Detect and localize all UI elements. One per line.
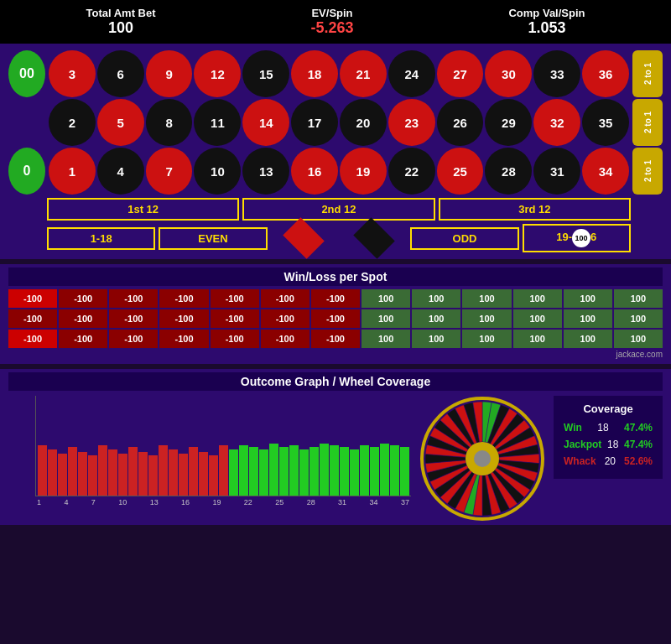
- number-6[interactable]: 6: [97, 50, 144, 97]
- zero-column: 00 0: [8, 50, 45, 195]
- jackpot-coverage-row: Jackpot 18 47.4%: [564, 439, 653, 450]
- number-7[interactable]: 7: [146, 148, 193, 195]
- winloss-section: Win/Loss per Spot -100-100-100-100-100-1…: [0, 264, 671, 364]
- wl-cell: -100: [8, 309, 57, 328]
- number-1[interactable]: 1: [49, 148, 96, 195]
- wl-cell: -100: [311, 309, 360, 328]
- third-dozen-button[interactable]: 3rd 12: [439, 198, 631, 221]
- chart-bar: [48, 449, 57, 496]
- wl-cell: 100: [462, 289, 511, 308]
- number-20[interactable]: 20: [340, 99, 387, 146]
- number-11[interactable]: 11: [194, 99, 241, 146]
- chart-bar: [159, 445, 168, 496]
- win-coverage-row: Win 18 47.4%: [564, 422, 653, 434]
- number-26[interactable]: 26: [437, 99, 484, 146]
- wl-cell: -100: [311, 289, 360, 308]
- number-35[interactable]: 35: [582, 99, 629, 146]
- wl-cell: 100: [614, 289, 663, 308]
- chart-bar: [279, 447, 289, 496]
- number-22[interactable]: 22: [388, 148, 435, 195]
- wl-cell: -100: [8, 289, 57, 308]
- even-button[interactable]: EVEN: [159, 227, 267, 250]
- chart-bar: [309, 447, 319, 496]
- wl-cell: -100: [159, 309, 208, 328]
- chart-bar: [259, 449, 268, 496]
- jackpot-count: 18: [607, 439, 618, 450]
- number-29[interactable]: 29: [485, 99, 532, 146]
- number-15[interactable]: 15: [242, 50, 289, 97]
- chart-bar: [209, 455, 218, 496]
- nineteen-thirtysix-button[interactable]: 19-1006: [523, 224, 631, 252]
- x-axis-labels: 14710131619222528313437: [35, 498, 411, 506]
- chip: 100: [572, 229, 590, 247]
- wl-cell: -100: [211, 309, 259, 328]
- comp-val-section: Comp Val/Spin 1.053: [508, 7, 585, 37]
- chart-bar: [169, 449, 178, 496]
- chart-bar: [289, 445, 299, 496]
- win-count: 18: [597, 422, 608, 434]
- wl-cell: -100: [159, 330, 208, 348]
- wl-cell: 100: [362, 309, 410, 328]
- wl-cell: 100: [513, 289, 562, 308]
- wl-cell: 100: [362, 330, 410, 348]
- number-25[interactable]: 25: [437, 148, 484, 195]
- black-diamond-button[interactable]: [341, 226, 407, 251]
- roulette-wheel: [419, 396, 545, 522]
- wl-cell: 100: [564, 309, 612, 328]
- number-18[interactable]: 18: [291, 50, 338, 97]
- wl-cell: -100: [311, 330, 360, 348]
- number-31[interactable]: 31: [533, 148, 580, 195]
- number-5[interactable]: 5: [97, 99, 144, 146]
- wl-cell: 100: [412, 330, 460, 348]
- chart-bar: [229, 449, 238, 496]
- chart-bar: [68, 447, 77, 496]
- number-24[interactable]: 24: [388, 50, 435, 97]
- chart-bars: [35, 396, 411, 496]
- first-dozen-button[interactable]: 1st 12: [47, 198, 239, 221]
- number-9[interactable]: 9: [146, 50, 193, 97]
- number-36[interactable]: 36: [582, 50, 629, 97]
- number-13[interactable]: 13: [242, 148, 289, 195]
- number-16[interactable]: 16: [291, 148, 338, 195]
- number-12[interactable]: 12: [194, 50, 241, 97]
- wl-cell: -100: [8, 330, 57, 348]
- chart-bar: [400, 447, 409, 496]
- number-3[interactable]: 3: [49, 50, 96, 97]
- number-23[interactable]: 23: [388, 99, 435, 146]
- number-2[interactable]: 2: [49, 99, 96, 146]
- comp-val-value: 1.053: [508, 19, 585, 37]
- chart-bar: [380, 444, 389, 496]
- red-diamond-button[interactable]: [271, 226, 337, 251]
- number-19[interactable]: 19: [340, 148, 387, 195]
- payout-bot: 2 to 1: [632, 148, 663, 195]
- number-30[interactable]: 30: [485, 50, 532, 97]
- wl-cell: -100: [261, 309, 309, 328]
- win-label: Win: [564, 422, 582, 434]
- zero-button[interactable]: 0: [8, 148, 45, 195]
- wl-cell: -100: [59, 330, 107, 348]
- number-17[interactable]: 17: [291, 99, 338, 146]
- number-33[interactable]: 33: [533, 50, 580, 97]
- number-4[interactable]: 4: [97, 148, 144, 195]
- chart-bar: [239, 445, 248, 496]
- number-10[interactable]: 10: [194, 148, 241, 195]
- number-34[interactable]: 34: [582, 148, 629, 195]
- second-dozen-button[interactable]: 2nd 12: [242, 198, 434, 221]
- number-14[interactable]: 14: [242, 99, 289, 146]
- coverage-box: Coverage Win 18 47.4% Jackpot 18 47.4% W…: [554, 396, 663, 479]
- number-32[interactable]: 32: [533, 99, 580, 146]
- double-zero-button[interactable]: 00: [8, 50, 45, 97]
- number-27[interactable]: 27: [437, 50, 484, 97]
- number-28[interactable]: 28: [485, 148, 532, 195]
- bottom-bets-row: 1-18 EVEN ODD 19-1006: [8, 224, 663, 252]
- total-amt-value: 100: [86, 19, 155, 37]
- wl-cell: 100: [362, 289, 410, 308]
- chart-bar: [350, 449, 359, 496]
- number-8[interactable]: 8: [146, 99, 193, 146]
- header: Total Amt Bet 100 EV/Spin -5.263 Comp Va…: [0, 0, 671, 44]
- number-21[interactable]: 21: [340, 50, 387, 97]
- wl-cell: 100: [462, 330, 511, 348]
- odd-button[interactable]: ODD: [410, 227, 518, 250]
- one-eighteen-button[interactable]: 1-18: [47, 227, 155, 250]
- wl-cell: 100: [564, 289, 612, 308]
